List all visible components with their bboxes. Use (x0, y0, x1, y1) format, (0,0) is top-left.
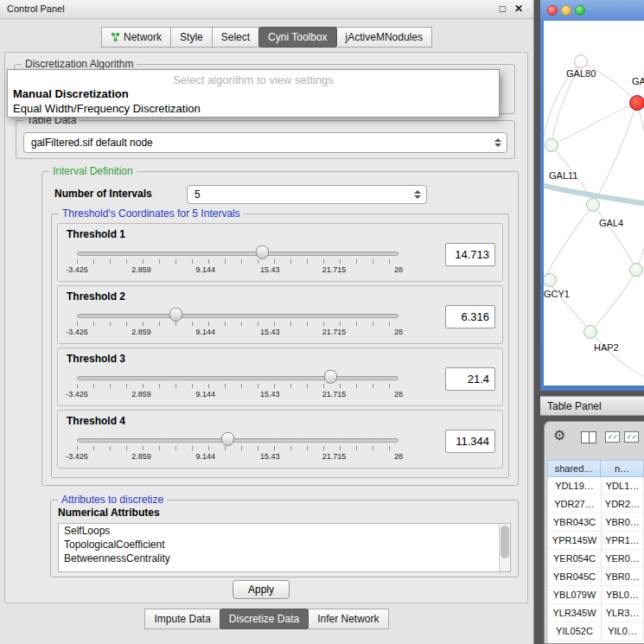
mac-zoom-icon[interactable] (575, 5, 585, 16)
table-cell[interactable]: YBL0… (602, 586, 644, 604)
slider-track[interactable] (77, 376, 399, 380)
table-cell[interactable]: YLR345W (548, 604, 602, 622)
table-cell[interactable]: YPR1… (602, 532, 644, 550)
numerical-attributes-list: SelfLoops TopologicalCoefficient Between… (58, 523, 511, 572)
slider-thumb[interactable] (324, 370, 337, 384)
table-cell[interactable]: YPR145W (548, 532, 602, 550)
network-node[interactable] (629, 263, 643, 277)
table-cell[interactable]: YBL079W (548, 586, 602, 604)
table-cell[interactable]: YDR27… (548, 495, 602, 513)
columns-icon[interactable] (581, 431, 596, 443)
table-row[interactable]: YER054C YER0… (548, 550, 644, 568)
table-cell[interactable]: YDL1… (602, 477, 644, 495)
tab-discretize-data[interactable]: Discretize Data (220, 609, 309, 629)
threshold-value-field[interactable]: 6.316 (445, 305, 495, 328)
table-cell[interactable]: YER0… (602, 550, 644, 568)
select-rows-icon[interactable]: ✓✓ (624, 431, 639, 443)
table-cell[interactable]: YLR3… (602, 604, 644, 622)
network-node[interactable] (574, 54, 588, 68)
slider-track[interactable] (77, 252, 399, 256)
tab-jactivemnodules[interactable]: jActiveMNodules (336, 27, 432, 48)
table-cell[interactable]: YBR0… (602, 568, 644, 586)
table-row[interactable]: YIL052C YIL0… (548, 622, 644, 641)
scale-label: 15.43 (260, 328, 280, 336)
tab-cyni-toolbox[interactable]: Cyni Toolbox (258, 27, 336, 48)
list-item[interactable]: TopologicalCoefficient (59, 538, 510, 552)
minimize-icon[interactable]: □ (500, 3, 506, 15)
mac-minimize-icon[interactable] (561, 5, 571, 16)
combobox-value: galFiltered.sif default node (31, 133, 153, 152)
dropdown-option-manual-discretization[interactable]: Manual Discretization (13, 87, 129, 100)
table-row[interactable]: YBL079W YBL0… (548, 586, 644, 604)
mac-close-icon[interactable] (547, 5, 558, 16)
network-node[interactable] (583, 325, 597, 339)
table-cell[interactable]: YBR043C (548, 513, 602, 532)
scale-label: 28 (394, 328, 403, 336)
network-node[interactable] (545, 138, 558, 152)
list-scrollbar[interactable] (499, 524, 510, 571)
threshold-slider[interactable]: -3.426 2.859 9.144 15.43 21.715 28 (77, 245, 399, 279)
tab-label: Discretize Data (229, 613, 299, 625)
tab-select[interactable]: Select (212, 27, 259, 48)
table-row[interactable]: YPR145W YPR1… (548, 532, 644, 550)
tab-label: Select (221, 31, 250, 43)
list-item[interactable]: BetweennessCentrality (59, 552, 510, 565)
node-label: GAL80 (566, 68, 596, 79)
table-row[interactable]: YDL19… YDL1… (548, 477, 644, 495)
table-cell[interactable]: YDR2… (602, 495, 644, 513)
tab-style[interactable]: Style (170, 27, 213, 48)
scale-label: -3.426 (66, 452, 88, 461)
tab-impute-data[interactable]: Impute Data (144, 609, 220, 629)
apply-button[interactable]: Apply (233, 580, 290, 599)
scrollbar-thumb[interactable] (501, 526, 509, 558)
scale-label: 28 (394, 452, 403, 461)
column-header[interactable]: shared… (547, 460, 601, 477)
scale-label: -3.426 (66, 390, 88, 399)
tab-infer-network[interactable]: Infer Network (308, 609, 388, 629)
table-row[interactable]: YLR345W YLR3… (548, 604, 644, 622)
close-icon[interactable]: ✕ (514, 3, 523, 15)
select-columns-icon[interactable]: ✓✓ (605, 431, 620, 443)
table-toolbar: ⚙ ✓✓ ✓✓ (545, 425, 644, 450)
table-cell[interactable]: YDL19… (548, 477, 602, 495)
table-row[interactable]: YBR043C YBR0… (548, 513, 644, 532)
list-item[interactable]: SelfLoops (59, 524, 510, 538)
bottom-tab-bar: Impute Data Discretize Data Infer Networ… (0, 609, 534, 629)
table-cell[interactable]: YBR0… (602, 513, 644, 532)
table-cell[interactable]: YIL052C (548, 622, 602, 641)
slider-thumb[interactable] (169, 308, 182, 322)
table-data-combobox[interactable]: galFiltered.sif default node (23, 132, 507, 153)
table-cell[interactable]: YIL0… (602, 622, 644, 641)
slider-track[interactable] (77, 438, 399, 443)
algorithm-dropdown-popup: Select algorithm to view settings Manual… (7, 69, 500, 118)
threshold-panel: Threshold 1 -3.426 2.859 9.144 15.43 21.… (57, 223, 503, 282)
scale-label: 21.715 (322, 328, 347, 336)
stepper-arrows-icon (412, 190, 423, 199)
threshold-slider[interactable]: -3.426 2.859 9.144 15.43 21.715 28 (77, 307, 399, 341)
tab-network[interactable]: Network (101, 27, 171, 48)
window-title: Control Panel (7, 3, 65, 14)
network-canvas[interactable]: GAL80 GA GAL11 GAL4 GCY1 HAP2 (544, 21, 644, 386)
network-node[interactable] (586, 198, 600, 212)
network-node-red[interactable] (629, 95, 644, 111)
gear-icon[interactable]: ⚙ (553, 427, 565, 443)
threshold-value-field[interactable]: 21.4 (445, 367, 495, 391)
table-row[interactable]: YDR27… YDR2… (548, 495, 644, 513)
group-label: Interval Definition (49, 165, 137, 177)
scale-label: -3.426 (66, 265, 88, 274)
slider-thumb[interactable] (256, 245, 269, 259)
threshold-slider[interactable]: -3.426 2.859 9.144 15.43 21.715 28 (77, 431, 399, 466)
node-label: GAL11 (549, 170, 577, 181)
group-label: Discretization Algorithm (22, 58, 137, 70)
column-header[interactable]: n… (600, 460, 644, 477)
table-row[interactable]: YBR045C YBR0… (548, 568, 644, 586)
threshold-value-field[interactable]: 14.713 (445, 243, 495, 266)
number-of-intervals-combobox[interactable]: 5 (187, 185, 427, 204)
threshold-slider[interactable]: -3.426 2.859 9.144 15.43 21.715 28 (77, 369, 399, 404)
threshold-value-field[interactable]: 11.344 (445, 430, 495, 453)
dropdown-option-equal-width-frequency[interactable]: Equal Width/Frequency Discretization (13, 102, 201, 115)
table-cell[interactable]: YBR045C (548, 568, 602, 586)
slider-track[interactable] (77, 314, 399, 318)
slider-thumb[interactable] (221, 432, 234, 446)
table-cell[interactable]: YER054C (548, 550, 602, 568)
